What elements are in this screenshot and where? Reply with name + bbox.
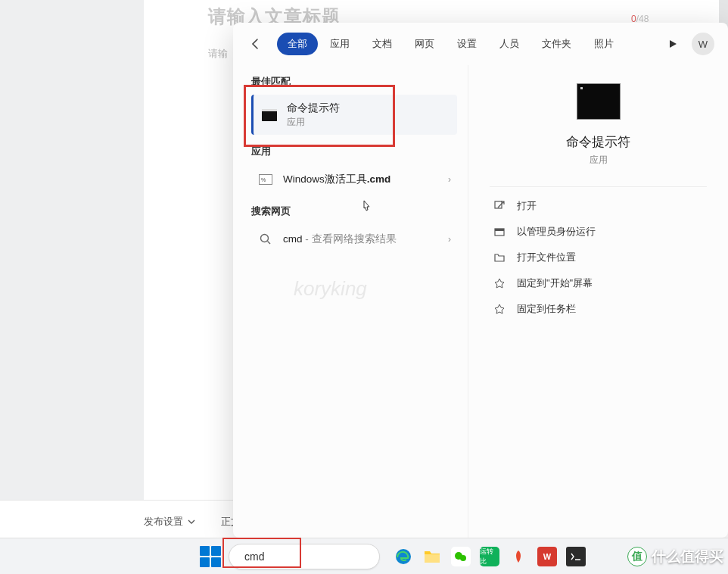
svg-rect-12 — [425, 554, 440, 563]
wps-icon[interactable]: W — [537, 547, 557, 566]
play-icon — [668, 39, 677, 48]
tab-web[interactable]: 网页 — [404, 33, 445, 55]
cmd-file-icon: % — [257, 171, 274, 188]
app-icon-green[interactable]: 运转比 — [480, 547, 499, 566]
file-explorer-icon[interactable] — [422, 547, 442, 566]
action-list: 打开 以管理员身份运行 打开文件位置 固定到"开始"屏幕 固定到任务栏 — [490, 193, 707, 322]
section-apps: 应用 — [251, 145, 457, 158]
search-header: 全部 应用 文档 网页 设置 人员 文件夹 照片 W — [233, 23, 728, 65]
svg-point-14 — [460, 555, 466, 561]
action-open[interactable]: 打开 — [490, 193, 707, 219]
preview-subtitle: 应用 — [590, 154, 608, 167]
tab-photos[interactable]: 照片 — [583, 33, 624, 55]
windows-search-panel: 全部 应用 文档 网页 设置 人员 文件夹 照片 W 最佳匹配 命令提示符 — [233, 23, 728, 538]
watermark-text: koryking — [294, 277, 367, 301]
action-pin-to-start[interactable]: 固定到"开始"屏幕 — [490, 270, 707, 296]
search-icon — [257, 231, 274, 248]
chevron-right-icon: › — [448, 234, 451, 245]
section-search-web: 搜索网页 — [251, 205, 457, 218]
page-watermark: 值 什么值得买 — [627, 547, 723, 566]
app-result-row[interactable]: % Windows激活工具.cmd › — [251, 164, 457, 195]
tab-people[interactable]: 人员 — [489, 33, 530, 55]
chevron-down-icon — [188, 518, 195, 526]
shield-icon — [493, 225, 506, 239]
start-button[interactable] — [200, 546, 221, 567]
best-match-title: 命令提示符 — [287, 101, 451, 115]
footer-publish-settings[interactable]: 发布设置 — [144, 515, 195, 529]
folder-icon — [493, 251, 506, 264]
wechat-icon[interactable] — [451, 547, 471, 566]
best-match-result[interactable]: 命令提示符 应用 — [251, 95, 457, 135]
search-filter-tabs: 全部 应用 文档 网页 设置 人员 文件夹 照片 — [277, 33, 624, 55]
open-icon — [493, 199, 506, 213]
back-button[interactable] — [247, 35, 265, 53]
action-open-file-location[interactable]: 打开文件位置 — [490, 245, 707, 270]
cmd-app-icon — [261, 107, 278, 123]
chevron-right-icon: › — [448, 174, 451, 185]
user-avatar[interactable]: W — [692, 33, 714, 55]
pin-icon — [493, 276, 506, 290]
editor-left-panel — [0, 0, 144, 500]
tab-folders[interactable]: 文件夹 — [531, 33, 582, 55]
taskbar-pinned-apps: 运转比 W — [394, 547, 586, 566]
edge-icon[interactable] — [394, 547, 413, 566]
web-result-row[interactable]: cmd - 查看网络搜索结果 › — [251, 224, 457, 254]
web-result-title: cmd - 查看网络搜索结果 — [283, 232, 439, 246]
watermark-label: 什么值得买 — [652, 547, 723, 566]
svg-rect-8 — [495, 229, 504, 231]
app-result-title: Windows激活工具.cmd — [283, 173, 439, 186]
tab-settings[interactable]: 设置 — [446, 33, 487, 55]
svg-line-5 — [268, 242, 271, 245]
preview-thumbnail — [577, 83, 621, 120]
windows-taskbar: 运转比 W — [0, 538, 728, 574]
svg-text:%: % — [261, 177, 266, 182]
svg-point-4 — [261, 235, 269, 242]
arrow-left-icon — [249, 37, 263, 51]
search-results-column: 最佳匹配 命令提示符 应用 应用 % Windows激活工具.cmd › — [233, 65, 468, 538]
section-best-match: 最佳匹配 — [251, 76, 457, 89]
terminal-icon[interactable] — [566, 547, 586, 566]
action-run-as-admin[interactable]: 以管理员身份运行 — [490, 219, 707, 245]
tab-apps[interactable]: 应用 — [319, 33, 360, 55]
action-pin-to-taskbar[interactable]: 固定到任务栏 — [490, 296, 707, 322]
pin-icon — [493, 302, 506, 316]
divider — [490, 186, 707, 187]
svg-rect-1 — [262, 109, 277, 111]
tab-all[interactable]: 全部 — [277, 33, 318, 55]
tab-documents[interactable]: 文档 — [362, 33, 403, 55]
preview-column: 命令提示符 应用 打开 以管理员身份运行 打开文件位置 固定到"开 — [468, 65, 728, 538]
preview-title: 命令提示符 — [566, 133, 630, 151]
best-match-subtitle: 应用 — [287, 117, 451, 128]
taskbar-search-input[interactable] — [244, 551, 377, 563]
watermark-badge: 值 — [627, 547, 647, 566]
editor-subtitle: 请输 — [208, 47, 228, 61]
taskbar-search[interactable] — [229, 544, 380, 569]
app-icon-red[interactable] — [509, 547, 528, 566]
header-play-button[interactable] — [661, 33, 684, 55]
